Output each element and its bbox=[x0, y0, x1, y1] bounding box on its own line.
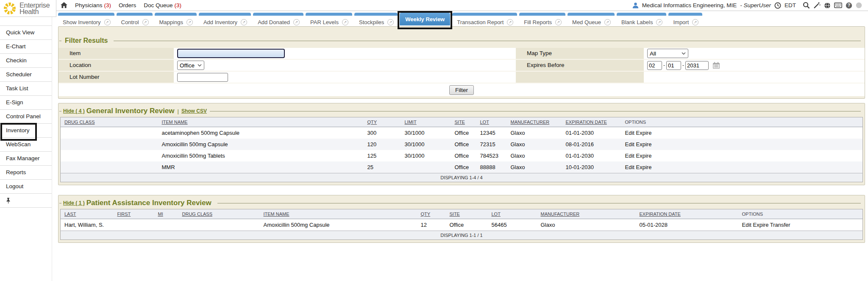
tab-import[interactable]: Import↗ bbox=[668, 13, 702, 25]
column-header-item-name[interactable]: ITEM NAME bbox=[158, 117, 364, 127]
column-header-manufacturer[interactable]: MANUFACTURER bbox=[507, 117, 562, 127]
column-header-qty[interactable]: QTY bbox=[417, 209, 446, 219]
column-header-item-name[interactable]: ITEM NAME bbox=[260, 209, 417, 219]
column-header-expiration-date[interactable]: EXPIRATION DATE bbox=[562, 117, 621, 127]
show-csv-link[interactable]: Show CSV bbox=[181, 108, 207, 114]
column-header-lot[interactable]: LOT bbox=[476, 117, 507, 127]
cell-qty: 125 bbox=[364, 150, 401, 161]
cell-site: Office bbox=[451, 127, 476, 139]
cell-options-actions[interactable]: Edit Expire bbox=[621, 150, 863, 161]
popup-arrow-icon[interactable]: ↗ bbox=[604, 19, 611, 25]
calendar-icon[interactable] bbox=[712, 62, 720, 69]
sidebar-item-control-panel[interactable]: Control Panel bbox=[0, 110, 52, 124]
tab-med-queue[interactable]: Med Queue↗ bbox=[568, 13, 615, 25]
tab-transaction-report[interactable]: Transaction Report↗ bbox=[452, 13, 517, 25]
cell-options-actions[interactable]: Edit Expire bbox=[621, 161, 863, 173]
tab-add-inventory[interactable]: Add Inventory↗ bbox=[199, 13, 251, 25]
tab-add-donated[interactable]: Add Donated↗ bbox=[253, 13, 303, 25]
column-header-first[interactable]: FIRST bbox=[114, 209, 154, 219]
table-header-row: LAST FIRST MI DRUG CLASS ITEM NAME QTY S… bbox=[61, 209, 863, 219]
nav-orders[interactable]: Orders bbox=[119, 2, 136, 8]
expires-day-input[interactable] bbox=[666, 61, 681, 70]
cell-options-actions[interactable]: Edit Expire bbox=[621, 127, 863, 139]
column-header-limit[interactable]: LIMIT bbox=[401, 117, 451, 127]
cell-drug-class bbox=[61, 150, 158, 161]
hide-patient-link[interactable]: Hide ( 1 ) bbox=[63, 200, 85, 206]
sidebar-item-webscan[interactable]: WebScan bbox=[0, 138, 52, 152]
sidebar-item-e-sign[interactable]: E-Sign bbox=[0, 96, 52, 110]
tab-control[interactable]: Control↗ bbox=[117, 13, 153, 25]
top-navigation-bar: Physicians (3) Orders Doc Queue (3) Medi… bbox=[56, 0, 868, 11]
popup-arrow-icon[interactable]: ↗ bbox=[387, 19, 394, 25]
column-header-manufacturer[interactable]: MANUFACTURER bbox=[537, 209, 636, 219]
popup-arrow-icon[interactable]: ↗ bbox=[142, 19, 149, 25]
column-header-drug-class[interactable]: DRUG CLASS bbox=[178, 209, 260, 219]
map-type-select[interactable]: All bbox=[647, 49, 688, 58]
user-icon[interactable] bbox=[632, 2, 639, 8]
column-header-last[interactable]: LAST bbox=[61, 209, 114, 219]
column-header-site[interactable]: SITE bbox=[446, 209, 488, 219]
globe-icon[interactable] bbox=[824, 2, 831, 9]
nav-doc-queue[interactable]: Doc Queue (3) bbox=[144, 2, 181, 8]
displaying-count: DISPLAYING 1-4 / 4 bbox=[61, 173, 863, 182]
tab-par-levels[interactable]: PAR Levels↗ bbox=[306, 13, 352, 25]
item-input[interactable] bbox=[177, 49, 285, 58]
column-header-mi[interactable]: MI bbox=[154, 209, 178, 219]
cell-options-actions[interactable]: Edit Expire Transfer bbox=[738, 219, 863, 231]
sidebar-item-e-chart[interactable]: E-Chart bbox=[0, 40, 52, 54]
filter-button[interactable]: Filter bbox=[449, 85, 474, 95]
cell-expiration-date: 01-01-2030 bbox=[562, 150, 621, 161]
search-icon[interactable] bbox=[803, 2, 810, 9]
tab-blank-labels[interactable]: Blank Labels↗ bbox=[617, 13, 666, 25]
sidebar-item-quick-view[interactable]: Quick View bbox=[0, 26, 52, 40]
expires-month-input[interactable] bbox=[647, 61, 662, 70]
patient-assistance-legend: Hide ( 1 ) Patient Assistance Inventory … bbox=[58, 195, 865, 209]
popup-arrow-icon[interactable]: ↗ bbox=[555, 19, 562, 25]
tab-weekly-review[interactable]: Weekly Review bbox=[400, 13, 450, 25]
popup-arrow-icon[interactable]: ↗ bbox=[241, 19, 247, 25]
popup-arrow-icon[interactable]: ↗ bbox=[104, 19, 111, 25]
tab-stockpiles[interactable]: Stockpiles↗ bbox=[354, 13, 398, 25]
popup-arrow-icon[interactable]: ↗ bbox=[656, 19, 662, 25]
sidebar-item-fax-manager[interactable]: Fax Manager bbox=[0, 152, 52, 166]
sidebar-pin-toggle[interactable] bbox=[0, 194, 52, 208]
nav-physicians[interactable]: Physicians (3) bbox=[75, 2, 111, 8]
sidebar-item-scheduler[interactable]: Scheduler bbox=[0, 68, 52, 82]
table-row: MMR 25 Office 88888 Glaxo 10-01-2030 Edi… bbox=[61, 161, 863, 173]
wand-icon[interactable] bbox=[813, 2, 821, 9]
cell-expiration-date: 05-01-2028 bbox=[636, 219, 738, 231]
presence-status-icon[interactable] bbox=[856, 2, 862, 8]
sidebar-item-reports[interactable]: Reports bbox=[0, 166, 52, 180]
column-header-qty[interactable]: QTY bbox=[364, 117, 401, 127]
popup-arrow-icon[interactable]: ↗ bbox=[692, 19, 698, 25]
sidebar-item-checkin[interactable]: Checkin bbox=[0, 54, 52, 68]
column-header-site[interactable]: SITE bbox=[451, 117, 476, 127]
help-icon[interactable]: ? bbox=[846, 2, 852, 9]
hide-general-link[interactable]: Hide ( 4 ) bbox=[63, 108, 85, 114]
popup-arrow-icon[interactable]: ↗ bbox=[342, 19, 348, 25]
expires-year-input[interactable] bbox=[685, 61, 709, 70]
home-icon[interactable] bbox=[61, 2, 67, 8]
legend-rule bbox=[217, 203, 861, 203]
lot-number-label: Lot Number bbox=[58, 72, 174, 83]
column-header-lot[interactable]: LOT bbox=[488, 209, 537, 219]
popup-arrow-icon[interactable]: ↗ bbox=[186, 19, 193, 25]
column-header-drug-class[interactable]: DRUG CLASS bbox=[61, 117, 158, 127]
clock-icon[interactable] bbox=[774, 2, 781, 9]
popup-arrow-icon[interactable]: ↗ bbox=[293, 19, 300, 25]
tab-show-inventory[interactable]: Show Inventory↗ bbox=[58, 13, 114, 25]
cell-options-actions[interactable]: Edit Expire bbox=[621, 139, 863, 150]
cell-expiration-date: 10-01-2030 bbox=[562, 161, 621, 173]
column-header-expiration-date[interactable]: EXPIRATION DATE bbox=[636, 209, 738, 219]
lot-number-input[interactable] bbox=[177, 73, 228, 82]
sidebar-item-task-list[interactable]: Task List bbox=[0, 82, 52, 96]
popup-arrow-icon[interactable]: ↗ bbox=[507, 19, 513, 25]
location-select[interactable]: Office bbox=[177, 61, 204, 70]
tab-fill-reports[interactable]: Fill Reports↗ bbox=[519, 13, 565, 25]
keyboard-icon[interactable] bbox=[834, 3, 842, 8]
sidebar-item-logout[interactable]: Logout bbox=[0, 180, 52, 194]
cell-item-name: acetaminophen 500mg Capsule bbox=[158, 127, 364, 139]
sidebar-item-inventory[interactable]: Inventory bbox=[0, 124, 52, 138]
tab-mappings[interactable]: Mappings↗ bbox=[155, 13, 197, 25]
general-inventory-table: DRUG CLASS ITEM NAME QTY LIMIT SITE LOT … bbox=[60, 117, 863, 182]
